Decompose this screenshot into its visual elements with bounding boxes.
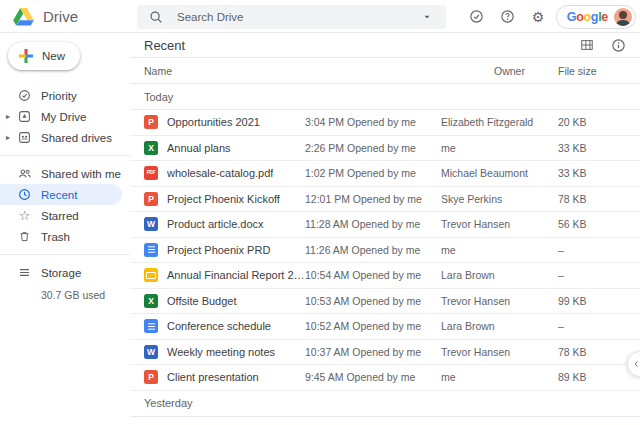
sidebar-item-shared-drives[interactable]: ▸ Shared drives [0, 127, 130, 148]
expand-caret-icon[interactable]: ▸ [6, 112, 17, 121]
file-row[interactable]: P Project Phoenix Kickoff 12:01 PM Opene… [130, 187, 640, 213]
file-row[interactable]: W Weekly meeting notes 10:37 AM Opened b… [130, 340, 640, 366]
file-owner: Michael Beaumont [441, 167, 558, 179]
trash-icon [17, 229, 32, 244]
offline-status-icon[interactable] [466, 7, 486, 27]
file-owner: Elizabeth Fitzgerald [441, 116, 558, 128]
sidebar-item-priority[interactable]: Priority [0, 85, 130, 106]
file-size: 78 KB [558, 346, 640, 358]
file-name: Project Phoenix Kickoff [167, 193, 280, 205]
file-owner: Skye Perkins [441, 193, 558, 205]
shared-drives-icon [17, 130, 32, 145]
file-name: Client presentation [167, 371, 259, 383]
file-size: – [558, 320, 640, 332]
file-type-icon [144, 319, 158, 333]
file-row[interactable]: Annual Financial Report 2020 10:54 AM Op… [130, 263, 640, 289]
file-owner: me [441, 371, 558, 383]
file-size: 20 KB [558, 116, 640, 128]
file-row[interactable]: W Product article.docx 11:28 AM Opened b… [130, 212, 640, 238]
file-type-icon [144, 268, 158, 282]
file-size: 33 KB [558, 142, 640, 154]
file-owner: me [441, 142, 558, 154]
new-plus-icon [19, 49, 33, 63]
sidebar-divider [0, 155, 130, 156]
file-activity: 10:37 AM Opened by me [305, 346, 441, 358]
file-size: 33 KB [558, 167, 640, 179]
file-name: Offsite Budget [167, 295, 237, 307]
file-size: 56 KB [558, 218, 640, 230]
section-label: Today [144, 91, 173, 103]
priority-icon [17, 88, 32, 103]
main-content: Recent Name Owner File size Today P Oppo… [130, 33, 640, 425]
file-row[interactable]: Project Phoenix PRD 11:26 AM Opened by m… [130, 238, 640, 264]
search-icon[interactable] [146, 7, 166, 27]
drive-logo-area[interactable]: Drive [13, 0, 78, 33]
file-size: 99 KB [558, 295, 640, 307]
file-type-icon: P [144, 370, 158, 384]
section-header: Yesterday [130, 391, 640, 417]
file-row[interactable]: P Opportunities 2021 3:04 PM Opened by m… [130, 110, 640, 136]
file-activity: 2:26 PM Opened by me [305, 142, 441, 154]
file-owner: me [441, 244, 558, 256]
file-row[interactable]: X Offsite Budget 10:53 AM Opened by me T… [130, 289, 640, 315]
search-input[interactable] [175, 10, 408, 24]
file-name: Annual plans [167, 142, 231, 154]
file-type-icon: W [144, 345, 158, 359]
my-drive-icon [17, 109, 32, 124]
settings-gear-icon[interactable]: ⚙ [528, 7, 548, 27]
file-activity: 9:45 AM Opened by me [305, 371, 441, 383]
grid-view-icon[interactable] [579, 37, 595, 53]
top-app-bar: Drive ⚙ Google [0, 0, 640, 33]
chevron-down-icon[interactable] [417, 7, 437, 27]
help-icon[interactable] [497, 7, 517, 27]
storage-icon [17, 265, 32, 280]
file-size: – [558, 269, 640, 281]
expand-caret-icon[interactable]: ▸ [6, 133, 17, 142]
file-type-icon: X [144, 294, 158, 308]
file-owner: Lara Brown [441, 320, 558, 332]
chevron-left-icon [632, 359, 640, 369]
file-list: Today P Opportunities 2021 3:04 PM Opene… [130, 84, 640, 417]
sidebar: New Priority ▸ My Drive ▸ Shared drives … [0, 33, 130, 425]
info-icon[interactable] [610, 37, 626, 53]
page-title: Recent [144, 38, 579, 53]
file-name: wholesale-catalog.pdf [167, 167, 273, 179]
sidebar-item-trash[interactable]: Trash [0, 226, 130, 247]
app-name: Drive [43, 8, 78, 25]
file-type-icon [144, 243, 158, 257]
sidebar-item-shared-with-me[interactable]: Shared with me [0, 163, 130, 184]
account-button[interactable]: Google [556, 5, 636, 29]
file-owner: Trevor Hansen [441, 295, 558, 307]
sidebar-item-recent[interactable]: Recent [0, 184, 122, 205]
file-row[interactable]: X Annual plans 2:26 PM Opened by me me 3… [130, 136, 640, 162]
storage-usage: 30.7 GB used [41, 289, 130, 301]
file-row[interactable]: P Client presentation 9:45 AM Opened by … [130, 365, 640, 391]
file-activity: 10:53 AM Opened by me [305, 295, 441, 307]
avatar[interactable] [614, 8, 632, 26]
file-row[interactable]: PDF wholesale-catalog.pdf 1:02 PM Opened… [130, 161, 640, 187]
new-button[interactable]: New [8, 42, 80, 70]
file-size: 78 KB [558, 193, 640, 205]
drive-logo-icon [13, 8, 34, 26]
recent-clock-icon [17, 187, 32, 202]
file-name: Project Phoenix PRD [167, 244, 270, 256]
file-name: Opportunities 2021 [167, 116, 260, 128]
column-header-owner: Owner [441, 65, 558, 77]
file-row[interactable]: Conference schedule 10:52 AM Opened by m… [130, 314, 640, 340]
file-owner: Trevor Hansen [441, 346, 558, 358]
file-activity: 1:02 PM Opened by me [305, 167, 441, 179]
sidebar-item-starred[interactable]: ☆ Starred [0, 205, 130, 226]
file-type-icon: P [144, 115, 158, 129]
column-header-name: Name [144, 65, 305, 77]
file-size: – [558, 244, 640, 256]
file-owner: Trevor Hansen [441, 218, 558, 230]
file-activity: 3:04 PM Opened by me [305, 116, 441, 128]
sidebar-item-my-drive[interactable]: ▸ My Drive [0, 106, 130, 127]
file-size: 89 KB [558, 371, 640, 383]
file-activity: 12:01 PM Opened by me [305, 193, 441, 205]
star-icon: ☆ [17, 208, 32, 223]
section-label: Yesterday [144, 397, 193, 409]
search-bar[interactable] [137, 5, 446, 29]
sidebar-item-storage[interactable]: Storage [0, 262, 130, 283]
shared-with-me-icon [17, 166, 32, 181]
